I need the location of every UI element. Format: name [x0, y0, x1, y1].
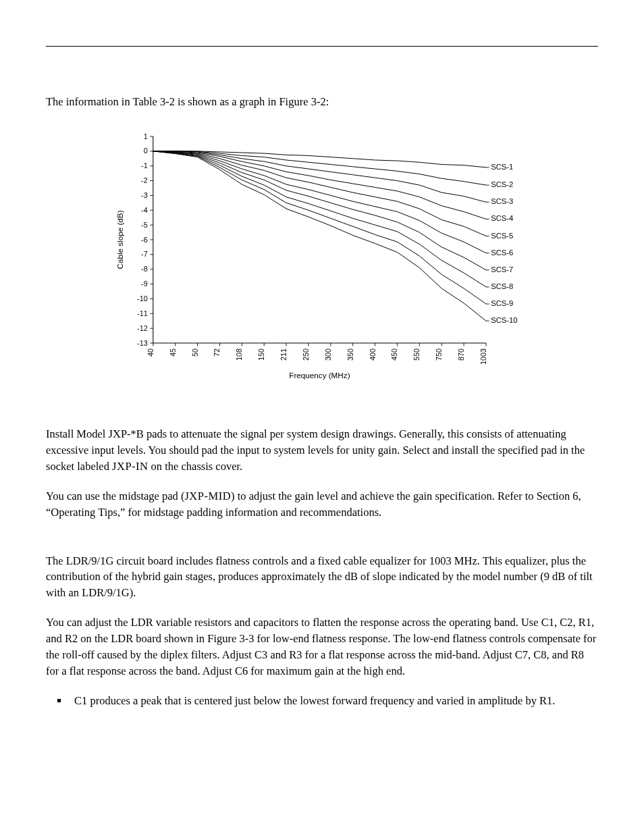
svg-text:211: 211 [279, 348, 288, 361]
cable-slope-chart: 10-1-2-3-4-5-6-7-8-9-10-11-12-1340455072… [109, 130, 535, 386]
svg-text:SCS-1: SCS-1 [491, 163, 513, 171]
svg-text:-9: -9 [141, 280, 148, 288]
svg-text:550: 550 [412, 348, 421, 361]
paragraph-midstage-pad: You can use the midstage pad (JXP-MID) t… [46, 488, 598, 521]
svg-text:300: 300 [324, 348, 332, 361]
svg-text:Frequency (MHz): Frequency (MHz) [289, 371, 350, 380]
header-rule [46, 46, 598, 47]
svg-text:-13: -13 [137, 339, 148, 347]
svg-text:45: 45 [169, 348, 177, 357]
svg-text:250: 250 [302, 348, 310, 361]
svg-text:SCS-6: SCS-6 [491, 249, 513, 257]
svg-text:50: 50 [191, 348, 199, 357]
svg-text:-5: -5 [141, 221, 148, 229]
text-run: on the chassis cover. [148, 460, 242, 473]
svg-text:0: 0 [144, 147, 148, 155]
small-caps-text: JXP-IN [112, 460, 148, 473]
svg-text:Cable slope (dB): Cable slope (dB) [115, 210, 124, 269]
paragraph-ldr-adjust: You can adjust the LDR variable resistor… [46, 615, 598, 679]
svg-text:-7: -7 [141, 250, 148, 258]
figure-3-2-chart: 10-1-2-3-4-5-6-7-8-9-10-11-12-1340455072… [109, 130, 535, 386]
svg-text:SCS-4: SCS-4 [491, 214, 513, 222]
svg-text:-6: -6 [141, 236, 148, 244]
svg-text:150: 150 [257, 348, 265, 361]
spacer [46, 534, 598, 553]
svg-text:72: 72 [213, 348, 221, 357]
svg-text:SCS-9: SCS-9 [491, 299, 513, 307]
svg-text:-10: -10 [137, 294, 148, 303]
svg-text:-2: -2 [141, 176, 148, 184]
svg-text:870: 870 [457, 348, 465, 361]
svg-text:350: 350 [346, 348, 354, 361]
svg-text:-1: -1 [141, 161, 148, 170]
svg-text:-12: -12 [137, 324, 148, 332]
bullet-item-c1: C1 produces a peak that is centered just… [69, 693, 598, 709]
svg-text:450: 450 [390, 348, 398, 361]
svg-text:SCS-5: SCS-5 [491, 231, 513, 239]
paragraph-ldr-board: The LDR/9/1G circuit board includes flat… [46, 553, 598, 602]
svg-text:40: 40 [146, 348, 155, 357]
svg-text:-4: -4 [141, 206, 148, 214]
small-caps-text: JXP-MID [184, 490, 231, 502]
svg-text:1: 1 [144, 132, 148, 140]
lead-paragraph: The information in Table 3-2 is shown as… [46, 94, 598, 110]
svg-text:SCS-8: SCS-8 [491, 282, 513, 290]
svg-text:750: 750 [435, 348, 443, 361]
document-page: The information in Table 3-2 is shown as… [0, 0, 644, 834]
svg-text:SCS-2: SCS-2 [491, 180, 513, 188]
svg-text:SCS-10: SCS-10 [491, 316, 517, 324]
svg-text:-8: -8 [141, 265, 148, 273]
svg-text:108: 108 [235, 348, 243, 361]
paragraph-jxp-pads: Install Model JXP-*B pads to attenuate t… [46, 426, 598, 475]
svg-text:1003: 1003 [479, 348, 487, 365]
text-run: You can use the midstage pad ( [46, 490, 184, 502]
svg-text:SCS-3: SCS-3 [491, 197, 513, 205]
bullet-list: C1 produces a peak that is centered just… [46, 693, 598, 709]
svg-text:400: 400 [369, 348, 377, 361]
svg-text:-11: -11 [137, 309, 148, 317]
svg-text:-3: -3 [141, 191, 148, 199]
svg-text:SCS-7: SCS-7 [491, 265, 513, 273]
